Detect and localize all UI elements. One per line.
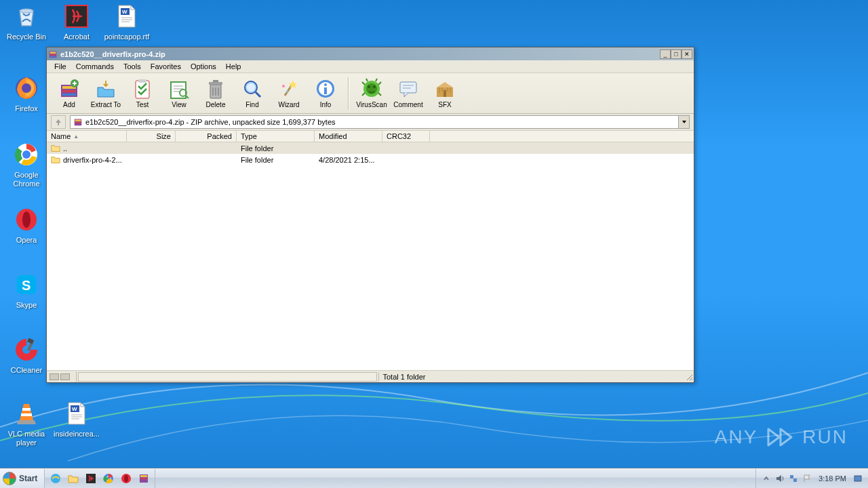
- menu-help[interactable]: Help: [221, 61, 246, 72]
- toolbar-view-button[interactable]: View: [161, 75, 197, 113]
- desktop-icon-pointcapop[interactable]: Wpointcapop.rtf: [103, 3, 151, 41]
- cell-size: [127, 148, 176, 149]
- column-name[interactable]: Name▲: [47, 131, 127, 142]
- ccleaner-icon: [13, 336, 40, 363]
- anyrun-watermark: ANY RUN: [715, 424, 848, 451]
- toolbar-delete-button[interactable]: Delete: [197, 75, 234, 113]
- status-toggles[interactable]: [47, 371, 77, 382]
- cell-modified: 4/28/2021 2:15...: [315, 155, 382, 165]
- menu-favorites[interactable]: Favorites: [146, 61, 186, 72]
- column-crc32[interactable]: CRC32: [382, 131, 430, 142]
- cell-size: [127, 159, 176, 161]
- svg-point-10: [22, 211, 31, 228]
- close-button[interactable]: ✕: [682, 49, 692, 59]
- ql-opera[interactable]: [118, 470, 134, 487]
- view-icon: [168, 78, 190, 100]
- cell-packed: [176, 148, 237, 149]
- desktop-icon-acrobat[interactable]: Acrobat: [53, 3, 100, 41]
- show-desktop-button[interactable]: [853, 474, 863, 483]
- toolbar-label: SFX: [438, 101, 451, 108]
- desktop-icon-vlc[interactable]: VLC media player: [3, 400, 50, 447]
- resize-grip[interactable]: [684, 372, 694, 382]
- network-icon[interactable]: [789, 474, 798, 483]
- path-input[interactable]: e1b2c520__driverfix-pro-4.zip - ZIP arch…: [70, 115, 690, 129]
- toolbar-add-button[interactable]: Add: [51, 75, 87, 113]
- path-text: e1b2c520__driverfix-pro-4.zip - ZIP arch…: [85, 118, 336, 126]
- svg-rect-52: [75, 122, 81, 123]
- desktop-icon-skype[interactable]: SSkype: [3, 271, 50, 310]
- toolbar-label: Wizard: [278, 101, 299, 108]
- volume-icon[interactable]: [775, 474, 785, 483]
- svg-point-46: [373, 85, 376, 88]
- test-icon: [132, 78, 153, 100]
- desktop-icon-ccleaner[interactable]: CCleaner: [3, 336, 50, 375]
- desktop-icon-opera[interactable]: Opera: [3, 206, 50, 245]
- toolbar-wizard-button[interactable]: Wizard: [271, 75, 307, 113]
- icon-label: insideincrea...: [53, 430, 100, 439]
- svg-point-41: [324, 83, 327, 86]
- winrar-window: e1b2c520__driverfix-pro-4.zip _ □ ✕ File…: [46, 47, 694, 383]
- file-row[interactable]: driverfix-pro-4-2...File folder4/28/2021…: [47, 154, 694, 165]
- toolbar-extract-button[interactable]: Extract To: [87, 75, 124, 113]
- ql-chrome[interactable]: [100, 470, 117, 487]
- cell-type: File folder: [237, 144, 315, 153]
- svg-rect-47: [400, 82, 416, 93]
- statusbar: Total 1 folder: [47, 370, 694, 382]
- find-icon: [241, 78, 263, 100]
- toolbar-info-button[interactable]: Info: [307, 75, 344, 113]
- arrow-up-icon: [54, 117, 63, 127]
- desktop-icon-insideincrea[interactable]: Winsideincrea...: [53, 400, 100, 439]
- toolbar-label: Extract To: [91, 101, 121, 108]
- file-list[interactable]: ..File folderdriverfix-pro-4-2...File fo…: [47, 142, 694, 370]
- chrome-icon: [102, 472, 115, 485]
- pointcapop-icon: W: [113, 3, 140, 30]
- column-packed[interactable]: Packed: [176, 131, 237, 142]
- toolbar-comment-button[interactable]: Comment: [390, 75, 427, 113]
- menu-file[interactable]: File: [50, 61, 71, 72]
- folder-icon: [51, 144, 60, 153]
- start-button[interactable]: Start: [0, 469, 45, 488]
- svg-rect-21: [50, 54, 56, 56]
- minimize-button[interactable]: _: [660, 49, 671, 59]
- folder-icon: [67, 472, 79, 485]
- svg-rect-64: [793, 479, 797, 482]
- toolbar-label: Info: [320, 101, 332, 108]
- toolbar-sfx-button[interactable]: SFX: [427, 75, 463, 113]
- column-modified[interactable]: Modified: [315, 131, 382, 142]
- icon-label: CCleaner: [3, 366, 50, 375]
- menu-options[interactable]: Options: [186, 61, 221, 72]
- flag-icon[interactable]: [802, 474, 812, 483]
- ql-explorer[interactable]: [65, 470, 81, 487]
- toolbar-virusscan-button[interactable]: VirusScan: [353, 75, 390, 113]
- ql-ie[interactable]: [47, 470, 64, 487]
- toolbar-test-button[interactable]: Test: [124, 75, 161, 113]
- menu-tools[interactable]: Tools: [119, 61, 146, 72]
- desktop-icon-recycle-bin[interactable]: Recycle Bin: [3, 3, 50, 41]
- column-type[interactable]: Type: [237, 131, 315, 142]
- chrome-icon: [13, 141, 40, 168]
- desktop-icon-firefox[interactable]: Firefox: [3, 75, 50, 113]
- up-button[interactable]: [51, 115, 66, 129]
- column-size[interactable]: Size: [127, 131, 176, 142]
- menu-commands[interactable]: Commands: [71, 61, 119, 72]
- ql-winrar[interactable]: [136, 470, 152, 487]
- maximize-button[interactable]: □: [671, 49, 682, 59]
- file-row[interactable]: ..File folder: [47, 142, 694, 154]
- quick-launch: [45, 469, 155, 488]
- folder-icon: [51, 155, 60, 165]
- cell-modified: [315, 148, 382, 149]
- titlebar[interactable]: e1b2c520__driverfix-pro-4.zip _ □ ✕: [47, 47, 694, 60]
- svg-rect-42: [324, 87, 327, 94]
- toolbar-label: Comment: [393, 101, 422, 108]
- svg-rect-25: [62, 90, 76, 92]
- path-dropdown-button[interactable]: [678, 116, 689, 128]
- toolbar-label: View: [172, 101, 186, 108]
- svg-point-5: [22, 83, 31, 93]
- toolbar-find-button[interactable]: Find: [234, 75, 271, 113]
- desktop-icon-chrome[interactable]: Google Chrome: [3, 141, 50, 188]
- icon-label: VLC media player: [3, 430, 50, 447]
- clock[interactable]: 3:18 PM: [816, 474, 849, 483]
- insideincrea-icon: W: [63, 400, 90, 427]
- tray-expand-icon[interactable]: [762, 474, 771, 483]
- ql-acrobat[interactable]: [83, 470, 99, 487]
